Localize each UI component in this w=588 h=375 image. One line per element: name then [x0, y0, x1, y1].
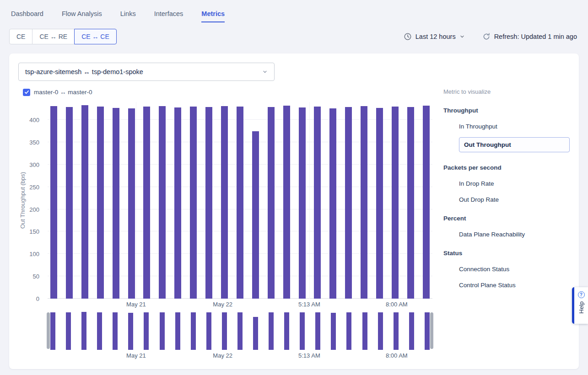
bar [268, 107, 275, 299]
bar [160, 312, 165, 350]
x-tick-label: May 22 [213, 352, 232, 359]
refresh-icon [482, 32, 491, 41]
brush-handle-right[interactable] [430, 312, 433, 349]
group-status: Status [443, 250, 570, 257]
bar [237, 107, 243, 299]
bar [97, 312, 102, 350]
x-tick-label: May 22 [213, 301, 232, 308]
bar [81, 312, 86, 350]
bar [362, 312, 367, 350]
bar [345, 107, 352, 299]
bar [66, 107, 73, 299]
nav-metrics[interactable]: Metrics [201, 10, 225, 22]
tab-ce-re[interactable]: CE ↔ RE [32, 29, 75, 44]
bar [113, 108, 119, 299]
bar [159, 106, 166, 299]
nav-links[interactable]: Links [120, 10, 136, 22]
bar [144, 312, 149, 350]
bar [314, 107, 321, 299]
metric-in-throughput[interactable]: In Throughput [459, 123, 570, 130]
brush-bars-layer [48, 311, 432, 350]
bar [50, 312, 55, 350]
brush-chart[interactable] [48, 311, 432, 350]
y-tick-label: 150 [29, 228, 39, 235]
metric-out-drop-rate[interactable]: Out Drop Rate [459, 196, 570, 203]
help-icon: ? [578, 291, 585, 298]
bar [221, 106, 228, 299]
toolbar-right: Last 12 hours Refresh: Updated 1 min ago [404, 32, 577, 41]
bar [81, 105, 88, 299]
top-navigation: Dashboard Flow Analysis Links Interfaces… [0, 0, 588, 22]
bar [128, 108, 135, 299]
y-axis-ticks: 050100150200250300350400 [18, 102, 43, 299]
brush-handle-left[interactable] [47, 312, 50, 349]
help-label: Help [578, 301, 585, 314]
bar [300, 312, 305, 350]
help-button[interactable]: ? Help [572, 287, 588, 324]
bar [66, 312, 71, 350]
chart: Out Throughput (bps) 0501001502002503003… [18, 102, 432, 359]
y-tick-label: 0 [36, 295, 39, 302]
bar [392, 107, 399, 299]
bar [423, 106, 430, 299]
metric-data-plane-reachability[interactable]: Data Plane Reachability [459, 231, 570, 238]
time-range-label: Last 12 hours [415, 33, 456, 40]
pair-select[interactable]: tsp-azure-sitemesh ↔ tsp-demo1-spoke [18, 63, 275, 81]
bar [425, 312, 430, 350]
bar [283, 106, 290, 299]
group-throughput: Throughput [443, 107, 570, 114]
metric-out-throughput[interactable]: Out Throughput [459, 137, 570, 152]
bar [269, 312, 274, 350]
bar [174, 107, 181, 299]
time-range-picker[interactable]: Last 12 hours [404, 32, 465, 41]
y-tick-label: 50 [33, 273, 39, 280]
bar [407, 107, 414, 299]
chart-column: master-0 ↔ master-0 Out Throughput (bps)… [18, 88, 432, 359]
nav-flow-analysis[interactable]: Flow Analysis [62, 10, 102, 22]
bar [175, 312, 180, 350]
bar [329, 108, 336, 299]
group-percent: Percent [443, 215, 570, 222]
bars-layer [48, 102, 432, 299]
bar [97, 107, 104, 299]
y-tick-label: 350 [29, 139, 39, 145]
x-tick-label: 5:13 AM [298, 301, 320, 308]
y-tick-label: 100 [29, 251, 39, 257]
chevron-down-icon [459, 34, 465, 39]
nav-dashboard[interactable]: Dashboard [11, 10, 43, 22]
x-tick-label: 8:00 AM [386, 352, 408, 359]
metric-in-drop-rate[interactable]: In Drop Rate [459, 180, 570, 187]
bar [284, 312, 289, 350]
bar [299, 107, 306, 299]
bar [128, 313, 133, 350]
bar [191, 312, 196, 350]
group-packets-per-second: Packets per second [443, 164, 570, 171]
refresh-control[interactable]: Refresh: Updated 1 min ago [482, 32, 577, 41]
x-tick-label: 8:00 AM [386, 301, 408, 308]
tab-ce-ce[interactable]: CE ↔ CE [74, 29, 117, 44]
bar [205, 107, 212, 299]
bar [206, 312, 211, 350]
bar [331, 313, 336, 350]
toolbar: CE CE ↔ RE CE ↔ CE Last 12 hours Refresh… [9, 29, 577, 44]
bar [190, 107, 197, 299]
bar [361, 106, 367, 299]
bar [253, 317, 258, 350]
bar [143, 107, 150, 299]
bar [378, 312, 383, 350]
bar [346, 312, 351, 350]
metric-connection-status[interactable]: Connection Status [459, 266, 570, 273]
series-checkbox[interactable]: master-0 ↔ master-0 [23, 89, 92, 96]
scope-tab-group: CE CE ↔ RE CE ↔ CE [9, 29, 117, 44]
bar [222, 312, 227, 350]
clock-icon [404, 32, 412, 41]
tab-ce[interactable]: CE [9, 29, 32, 44]
brush-x-axis-labels: May 21May 225:13 AM8:00 AM [48, 350, 432, 359]
x-axis-labels: May 21May 225:13 AM8:00 AM [48, 299, 432, 308]
nav-interfaces[interactable]: Interfaces [154, 10, 183, 22]
y-tick-label: 400 [29, 117, 39, 123]
x-tick-label: May 21 [126, 301, 146, 308]
metric-control-plane-status[interactable]: Control Plane Status [459, 282, 570, 289]
bar [237, 312, 243, 350]
bar [50, 106, 57, 299]
